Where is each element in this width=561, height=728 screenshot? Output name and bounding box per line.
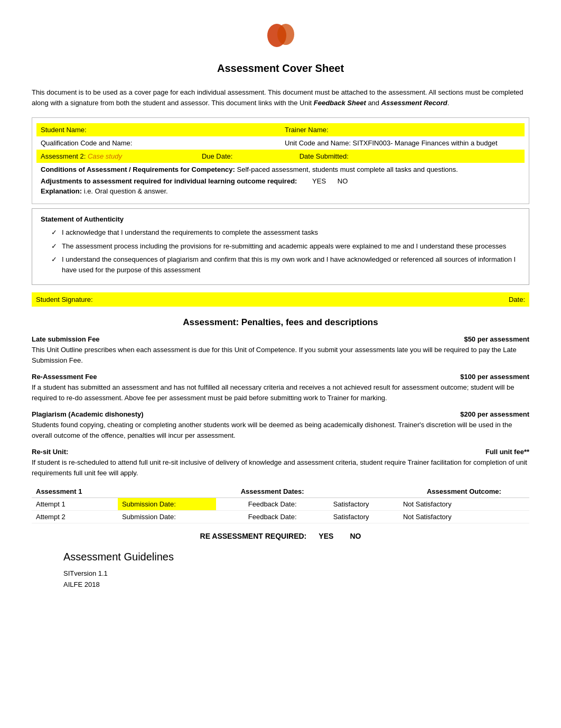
unit-code-cell: Unit Code and Name: SITXFIN003- Manage F… <box>280 136 525 150</box>
student-signature-label: Student Signature: <box>36 296 93 303</box>
plagiarism-body: Students found copying, cheating or comp… <box>32 420 529 440</box>
reassessment-fee-amount: $100 per assessment <box>460 373 529 381</box>
auth-item-3: I understand the consequences of plagiar… <box>51 254 520 275</box>
penalty-late-fee: Late submission Fee $50 per assessment T… <box>32 335 529 365</box>
assessment-outcomes-table: Assessment 1 Assessment Dates: Assessmen… <box>32 485 529 523</box>
due-date-cell: Due Date: <box>198 150 295 163</box>
resit-body: If student is re-scheduled to attend ful… <box>32 457 529 478</box>
resit-title: Re-sit Unit: <box>32 448 68 456</box>
late-fee-amount: $50 per assessment <box>464 335 529 343</box>
attempt2-label: Attempt 2 <box>32 511 118 523</box>
date-submitted-cell: Date Submitted: <box>295 150 525 163</box>
attempt2-feedback: Feedback Date: <box>216 511 329 523</box>
explanation-row: Explanation: i.e. Oral question & answer… <box>36 186 525 198</box>
attempt2-satisfactory: Satisfactory <box>329 511 399 523</box>
late-fee-body: This Unit Outline prescribes when each a… <box>32 345 529 365</box>
qualification-cell: Qualification Code and Name: <box>36 136 280 150</box>
col3-header: Assessment Outcome: <box>399 485 529 498</box>
attempt1-feedback: Feedback Date: <box>216 498 329 511</box>
penalty-resit: Re-sit Unit: Full unit fee** If student … <box>32 448 529 478</box>
attempt1-not-satisfactory: Not Satisfactory <box>399 498 529 511</box>
table-row-attempt2: Attempt 2 Submission Date: Feedback Date… <box>32 511 529 523</box>
attempt1-satisfactory: Satisfactory <box>329 498 399 511</box>
auth-item-2: The assessment process including the pro… <box>51 241 520 252</box>
reassessment-row: RE ASSESSMENT REQUIRED: YES NO <box>32 532 529 540</box>
authenticity-box: Statement of Authenticity I acknowledge … <box>32 208 529 285</box>
penalties-section: Assessment: Penalties, fees and descript… <box>32 317 529 478</box>
attempt1-submission: Submission Date: <box>118 498 216 511</box>
svg-point-1 <box>277 24 294 45</box>
form-area: Student Name: Trainer Name: Qualificatio… <box>32 117 529 204</box>
plagiarism-amount: $200 per assessment <box>460 410 529 418</box>
table-header-row: Assessment 1 Assessment Dates: Assessmen… <box>32 485 529 498</box>
col1-spacer <box>118 485 216 498</box>
penalties-title: Assessment: Penalties, fees and descript… <box>32 317 529 328</box>
col1-header: Assessment 1 <box>32 485 118 498</box>
reassessment-no: NO <box>350 532 361 540</box>
penalty-plagiarism: Plagiarism (Academic dishonesty) $200 pe… <box>32 410 529 440</box>
conditions-row: Conditions of Assessment / Requirements … <box>36 163 525 176</box>
authenticity-list: I acknowledge that I understand the requ… <box>41 227 520 275</box>
page-title: Assessment Cover Sheet <box>32 62 529 75</box>
col2-spacer <box>329 485 399 498</box>
attempt1-label: Attempt 1 <box>32 498 118 511</box>
version-info: SITversion 1.1 AILFE 2018 <box>63 568 529 591</box>
col2-header: Assessment Dates: <box>216 485 329 498</box>
adjustments-row: Adjustments to assessment required for i… <box>36 176 525 186</box>
version-line: SITversion 1.1 <box>63 568 529 579</box>
institution-logo <box>262 21 299 50</box>
ailfe-line: AILFE 2018 <box>63 579 529 591</box>
reassessment-fee-title: Re-Assessment Fee <box>32 373 97 381</box>
authenticity-title: Statement of Authenticity <box>41 215 520 223</box>
assessment-row: Assessment 2: Case study Due Date: Date … <box>36 150 525 163</box>
assessment-label-cell: Assessment 2: Case study <box>36 150 198 163</box>
resit-amount: Full unit fee** <box>485 448 529 456</box>
reassessment-fee-body: If a student has submitted an assessment… <box>32 382 529 403</box>
late-fee-title: Late submission Fee <box>32 335 100 343</box>
signature-date-label: Date: <box>509 296 525 303</box>
intro-paragraph: This document is to be used as a cover p… <box>32 87 529 108</box>
attempt2-submission: Submission Date: <box>118 511 216 523</box>
student-name-cell: Student Name: <box>36 123 280 136</box>
qualification-row: Qualification Code and Name: Unit Code a… <box>36 136 525 150</box>
reassessment-label: RE ASSESSMENT REQUIRED: <box>200 532 307 540</box>
logo-area <box>32 21 529 52</box>
auth-item-1: I acknowledge that I understand the requ… <box>51 227 520 238</box>
reassessment-yes: YES <box>319 532 333 540</box>
assessment-guidelines-title: Assessment Guidelines <box>63 551 529 563</box>
table-row-attempt1: Attempt 1 Submission Date: Feedback Date… <box>32 498 529 511</box>
plagiarism-title: Plagiarism (Academic dishonesty) <box>32 410 144 418</box>
signature-row: Student Signature: Date: <box>32 292 529 307</box>
penalty-reassessment-fee: Re-Assessment Fee $100 per assessment If… <box>32 373 529 403</box>
attempt2-not-satisfactory: Not Satisfactory <box>399 511 529 523</box>
student-trainer-row: Student Name: Trainer Name: <box>36 123 525 136</box>
trainer-name-cell: Trainer Name: <box>280 123 525 136</box>
assessment-guidelines-section: Assessment Guidelines SITversion 1.1 AIL… <box>63 551 529 591</box>
